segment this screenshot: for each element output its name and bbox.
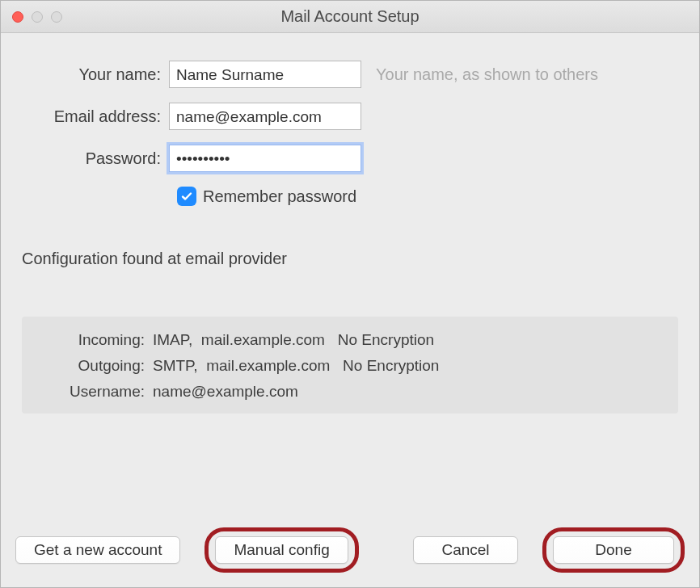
minimize-icon: [32, 11, 43, 23]
detail-incoming: Incoming: IMAP, mail.example.com No Encr…: [32, 331, 668, 349]
password-input[interactable]: [169, 145, 361, 172]
row-email: Email address:: [15, 103, 685, 130]
zoom-icon: [51, 11, 62, 23]
window-title: Mail Account Setup: [1, 7, 699, 26]
username-label: Username:: [32, 383, 153, 401]
row-your-name: Your name: Your name, as shown to others: [15, 61, 685, 88]
email-input[interactable]: [169, 103, 361, 130]
your-name-hint: Your name, as shown to others: [376, 65, 598, 84]
outgoing-label: Outgoing:: [32, 357, 153, 375]
incoming-label: Incoming:: [32, 331, 153, 349]
titlebar: Mail Account Setup: [1, 1, 699, 33]
email-label: Email address:: [15, 107, 169, 126]
your-name-label: Your name:: [15, 65, 169, 84]
done-button[interactable]: Done: [553, 536, 674, 564]
manual-config-button[interactable]: Manual config: [215, 536, 348, 564]
config-status: Configuration found at email provider: [22, 250, 685, 268]
incoming-value: IMAP, mail.example.com No Encryption: [153, 331, 434, 349]
email-input-wrap: [169, 103, 361, 130]
row-password: Password:: [15, 145, 685, 172]
cancel-button[interactable]: Cancel: [413, 536, 518, 564]
content: Your name: Your name, as shown to others…: [1, 33, 699, 587]
outgoing-value: SMTP, mail.example.com No Encryption: [153, 357, 439, 375]
checkmark-icon: [180, 190, 193, 203]
manual-config-highlight: Manual config: [205, 527, 358, 573]
password-input-wrap: [169, 145, 361, 172]
server-details: Incoming: IMAP, mail.example.com No Encr…: [22, 317, 678, 414]
your-name-input[interactable]: [169, 61, 361, 88]
detail-username: Username: name@example.com: [32, 383, 668, 401]
get-new-account-button[interactable]: Get a new account: [15, 536, 180, 564]
password-label: Password:: [15, 149, 169, 168]
detail-outgoing: Outgoing: SMTP, mail.example.com No Encr…: [32, 357, 668, 375]
your-name-input-wrap: Your name, as shown to others: [169, 61, 598, 88]
button-row: Get a new account Manual config Cancel D…: [15, 527, 685, 573]
mail-setup-window: Mail Account Setup Your name: Your name,…: [0, 0, 700, 588]
done-highlight: Done: [542, 527, 685, 573]
window-controls: [12, 11, 62, 23]
remember-password-label: Remember password: [203, 187, 356, 206]
username-value: name@example.com: [153, 383, 298, 401]
remember-password-checkbox[interactable]: [177, 187, 196, 206]
close-icon[interactable]: [12, 11, 23, 23]
remember-password-row[interactable]: Remember password: [177, 187, 685, 206]
